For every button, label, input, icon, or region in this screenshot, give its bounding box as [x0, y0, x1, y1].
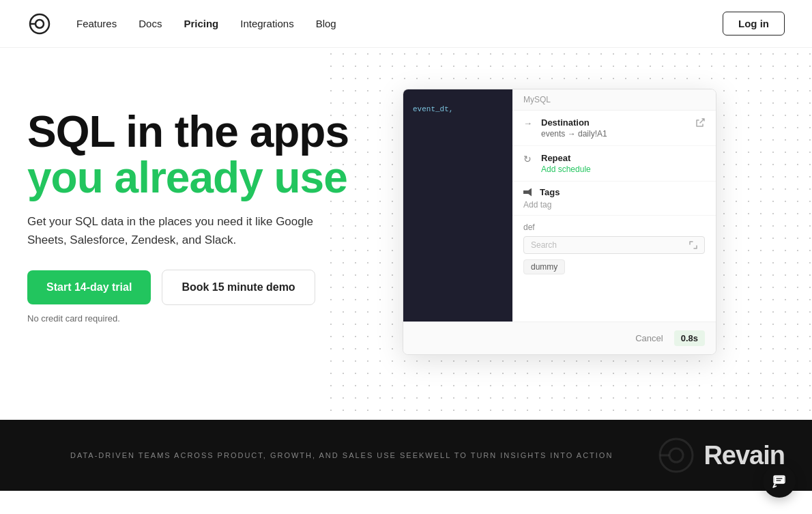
- destination-value: events → daily!A1: [541, 129, 705, 139]
- nav-item-docs[interactable]: Docs: [139, 18, 162, 30]
- chat-bubble-button[interactable]: [763, 465, 796, 498]
- expand-icon: [689, 241, 697, 249]
- no-credit-card-text: No credit card required.: [27, 313, 349, 324]
- nav-item-integrations[interactable]: Integrations: [240, 18, 293, 30]
- add-tag-button[interactable]: Add tag: [523, 200, 705, 210]
- tags-label: Tags: [523, 187, 705, 197]
- destination-row: → Destination events → daily!A1: [512, 111, 716, 146]
- nav-item-pricing[interactable]: Pricing: [184, 18, 218, 30]
- tags-row: Tags Add tag: [512, 182, 716, 216]
- external-link-icon[interactable]: [695, 118, 705, 128]
- cancel-button[interactable]: Cancel: [635, 333, 663, 343]
- hero-title-line1: SQL in the apps: [27, 109, 349, 155]
- panel-inner: event_dt, MySQL → Destination: [403, 89, 716, 322]
- destination-label: Destination: [541, 117, 705, 128]
- def-label: def: [523, 223, 705, 232]
- svg-point-1: [35, 20, 44, 28]
- destination-content: Destination events → daily!A1: [541, 117, 705, 139]
- svg-point-4: [669, 448, 683, 462]
- query-time-badge: 0.8s: [674, 330, 705, 346]
- trial-button[interactable]: Start 14-day trial: [27, 270, 151, 304]
- hero-section: SQL in the apps you already use Get your…: [0, 48, 812, 420]
- logo-icon[interactable]: [27, 12, 52, 36]
- login-button[interactable]: Log in: [723, 12, 785, 35]
- repeat-row: ↻ Repeat Add schedule: [512, 146, 716, 182]
- bottom-tagline: DATA-DRIVEN TEAMS ACROSS PRODUCT, GROWTH…: [27, 451, 656, 459]
- bottom-band: DATA-DRIVEN TEAMS ACROSS PRODUCT, GROWTH…: [0, 420, 812, 491]
- hero-subtitle: Get your SQL data in the places you need…: [27, 213, 341, 249]
- code-area: event_dt,: [403, 89, 512, 322]
- arrow-right-icon: →: [523, 118, 534, 129]
- revain-brand-icon: [656, 435, 697, 476]
- search-box[interactable]: Search: [523, 236, 705, 254]
- repeat-value[interactable]: Add schedule: [541, 165, 705, 174]
- settings-area: MySQL → Destination events → daily!A1: [512, 89, 716, 322]
- revain-logo: Revain: [656, 435, 785, 476]
- search-placeholder: Search: [531, 240, 557, 250]
- hero-title-line2: you already use: [27, 155, 349, 201]
- nav-links: Features Docs Pricing Integrations Blog: [76, 18, 336, 30]
- query-panel: event_dt, MySQL → Destination: [403, 89, 716, 355]
- repeat-content: Repeat Add schedule: [541, 153, 705, 174]
- navbar: Features Docs Pricing Integrations Blog …: [0, 0, 812, 48]
- nav-item-features[interactable]: Features: [76, 18, 117, 30]
- hero-text: SQL in the apps you already use Get your…: [27, 96, 349, 324]
- def-area: def Search dummy: [512, 216, 716, 322]
- demo-button[interactable]: Book 15 minute demo: [162, 270, 315, 305]
- repeat-label: Repeat: [541, 153, 705, 163]
- dummy-badge: dummy: [523, 259, 565, 274]
- refresh-icon: ↻: [523, 154, 534, 165]
- code-line: event_dt,: [413, 103, 503, 116]
- db-type-label: MySQL: [512, 89, 716, 111]
- nav-left: Features Docs Pricing Integrations Blog: [27, 12, 336, 36]
- tag-icon: [523, 188, 532, 197]
- hero-visual: event_dt, MySQL → Destination: [403, 89, 785, 355]
- chat-icon: [772, 474, 787, 489]
- nav-item-blog[interactable]: Blog: [316, 18, 336, 30]
- panel-footer: Cancel 0.8s: [403, 322, 716, 354]
- hero-cta: Start 14-day trial Book 15 minute demo: [27, 270, 349, 305]
